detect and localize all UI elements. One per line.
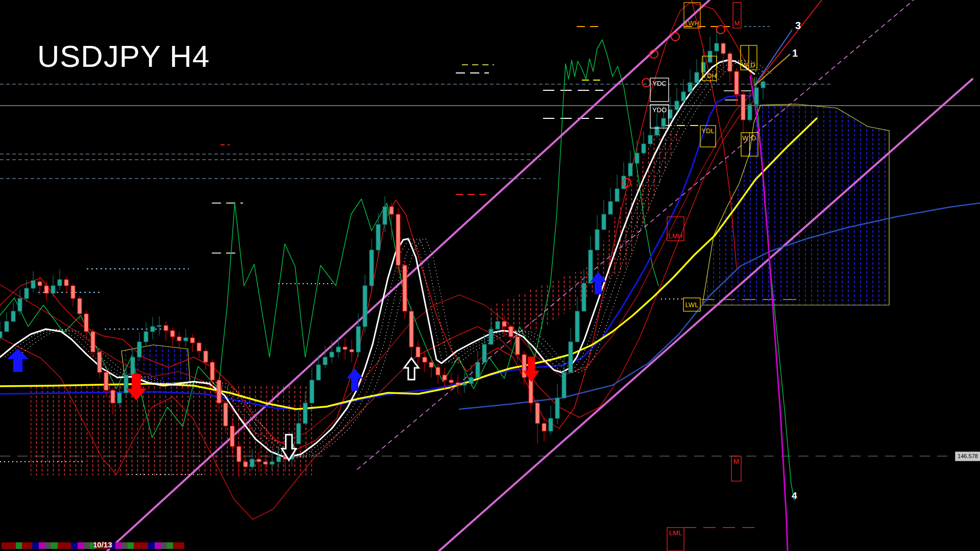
annotation-label: M [734,19,740,27]
candle [197,343,201,351]
candle [84,314,88,332]
chart-canvas[interactable]: LWHMWDYDHYDCYDOYDLWDLMHLWLMLML [0,0,980,551]
candle [602,214,606,230]
candle [330,352,334,357]
candle [628,163,632,176]
candle [91,332,95,352]
candle [257,459,261,462]
swing-ring-icon [671,33,679,41]
annotation-label: M [733,458,739,465]
candle [734,71,739,94]
annotation-label: YDO [652,106,667,114]
bar-counter-label: 10/13 [93,540,112,549]
candle [151,327,155,332]
candle [44,286,48,293]
candle [701,62,705,72]
candle [489,329,493,344]
candle [237,446,241,462]
candle [396,214,400,265]
candle [303,403,307,423]
candle [409,311,413,347]
candle [157,325,161,327]
annotation-box-M: M [733,3,741,28]
annotation-label: LWL [685,301,699,309]
candle [343,347,347,349]
candle [708,51,712,62]
annotation-label: LWH [685,19,699,27]
candle [243,462,248,467]
candle [423,357,427,362]
candle [748,105,752,120]
candle [217,380,221,403]
strip-segment [155,542,161,549]
candle [496,321,500,329]
candle [184,338,188,341]
candle [111,390,115,403]
candle [297,423,301,444]
strip-segment [16,542,22,549]
candle [715,43,719,51]
candle [449,380,453,383]
candle [675,101,679,110]
candle [0,332,2,338]
annotation-label: YDH [702,72,716,80]
candle [64,280,68,286]
annotation-box-LWL: LWL [683,298,700,311]
swing-ring-icon [642,79,650,87]
annotation-label: D [751,134,756,142]
candle [516,337,520,355]
candle [549,418,553,431]
candle [535,403,540,423]
annotation-label: LML [669,529,682,537]
price-level-tag: 146.578 [955,452,980,461]
annotation-label: LMH [669,232,682,240]
candle [78,298,82,314]
candle [11,311,15,321]
strip-segment [39,542,45,549]
fan-level-label-1: 1 [792,48,798,58]
candle [383,207,387,224]
fan-red [754,0,822,86]
candle [509,327,513,337]
candle [117,393,121,403]
series-ma-blue-fast [0,95,754,409]
candle [502,321,506,327]
candle [582,283,586,311]
strip-segment [148,542,155,549]
candle [456,383,460,385]
series-trend-channel-left [107,0,709,551]
annotation-label: W [742,61,748,69]
candle [608,202,612,214]
annotation-label: YDC [652,80,666,87]
candle [204,351,208,362]
strip-segment [32,542,39,549]
annotation-box-LML: LML [667,528,684,551]
candle [350,349,354,352]
candle [210,362,214,380]
strip-segment [115,542,122,549]
candle [403,265,407,311]
chart-window: LWHMWDYDHYDCYDOYDLWDLMHLWLMLML USDJPY H4… [0,0,980,551]
candle [635,153,639,163]
annotation-box-M: M [731,456,741,481]
candle [562,372,566,398]
candle [695,72,699,83]
strip-segment [84,542,90,549]
candle [97,352,102,372]
candle [270,462,274,464]
strip-segment [2,542,16,549]
candle [18,298,22,311]
strip-segment [71,542,78,549]
candle [482,344,486,362]
candle [24,288,29,298]
candle [389,207,394,214]
candle [615,189,619,202]
candle [681,92,685,101]
candle [648,135,652,144]
candle [104,372,108,390]
candle [555,398,559,418]
candle [370,250,374,286]
strip-segment [128,542,134,549]
candle [595,230,599,250]
candle [164,325,168,331]
